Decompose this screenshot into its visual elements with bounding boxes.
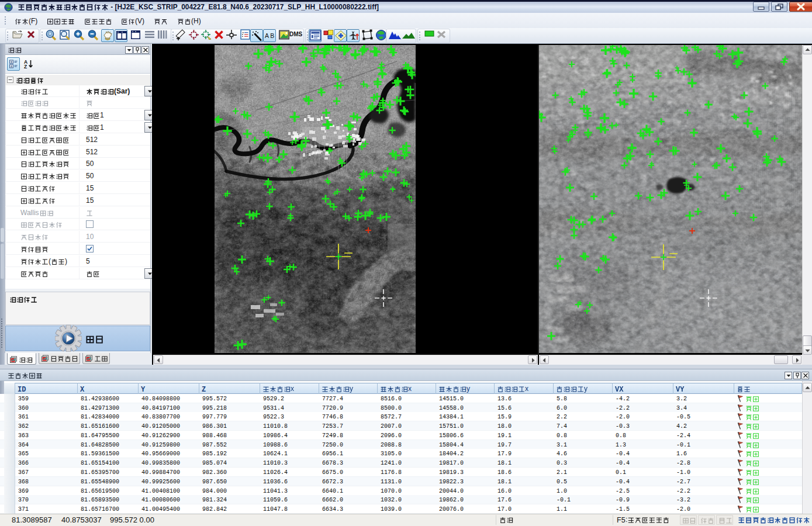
svg-text:x: x — [408, 385, 412, 393]
svg-text:(F): (F) — [29, 17, 37, 25]
svg-text:10: 10 — [86, 233, 94, 241]
svg-text:y: y — [584, 385, 588, 393]
svg-text:x: x — [525, 385, 528, 393]
svg-text:(H): (H) — [191, 17, 201, 25]
svg-text:50: 50 — [86, 172, 94, 180]
svg-text:x: x — [291, 385, 294, 393]
svg-text:15: 15 — [86, 184, 94, 192]
svg-text:): ) — [65, 257, 67, 265]
svg-text:DMS: DMS — [289, 31, 303, 37]
svg-text::: : — [626, 515, 627, 524]
svg-text:1: 1 — [100, 123, 104, 132]
svg-text:50: 50 — [86, 160, 94, 168]
svg-text::): :) — [48, 33, 50, 36]
svg-text:15: 15 — [86, 196, 94, 205]
svg-text:A B: A B — [265, 32, 274, 39]
svg-text:1: 1 — [100, 111, 104, 119]
svg-text:512: 512 — [86, 136, 98, 144]
svg-text:(V): (V) — [135, 17, 144, 25]
svg-text:y: y — [467, 385, 470, 393]
svg-text:(: ( — [49, 257, 51, 265]
svg-text:Z: Z — [24, 64, 27, 70]
svg-text:y: y — [350, 385, 353, 393]
svg-text:Wallis: Wallis — [20, 209, 39, 217]
svg-text:(Sar): (Sar) — [114, 87, 130, 95]
svg-text:512: 512 — [86, 148, 98, 156]
svg-text:5: 5 — [86, 257, 90, 265]
